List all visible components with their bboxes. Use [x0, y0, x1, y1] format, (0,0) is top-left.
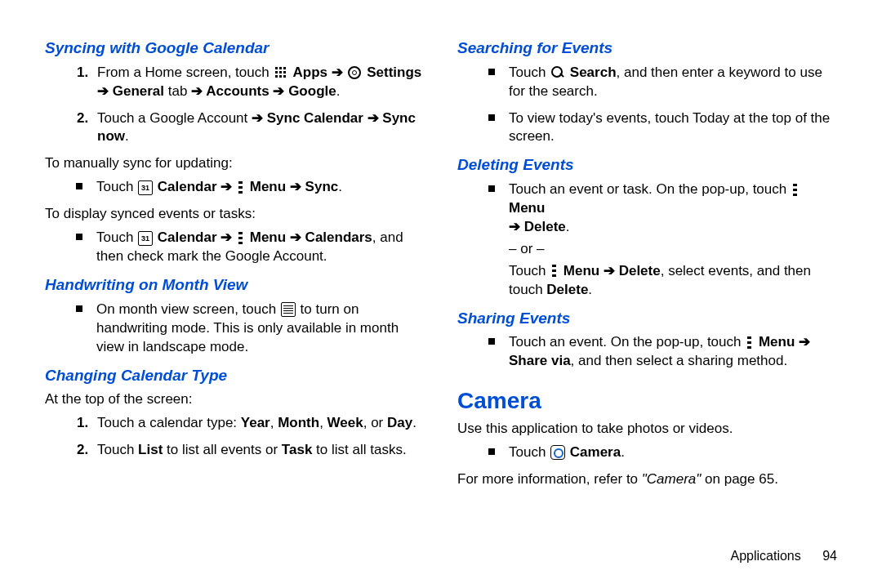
label-menu: Menu: [246, 229, 290, 245]
period: .: [338, 179, 342, 194]
text: tab: [164, 83, 191, 99]
text-camera-intro: Use this application to take photos or v…: [457, 420, 837, 439]
arrow-icon: ➔: [332, 65, 343, 80]
sync-bullets-2: Touch Calendar ➔ Menu ➔ Calendars, and t…: [45, 229, 425, 266]
calendar-icon: [138, 180, 153, 195]
arrow-icon: ➔: [191, 83, 203, 99]
list-item: Touch Camera.: [488, 443, 837, 462]
label-sync-calendar: Sync Calendar: [263, 110, 368, 126]
arrow-icon: ➔: [368, 110, 379, 126]
or-separator: – or –: [509, 240, 837, 259]
label-accounts: Accounts: [203, 83, 273, 99]
label-google: Google: [284, 83, 336, 99]
label-delete2: Delete: [546, 282, 588, 297]
text-display-synced: To display synced events or tasks:: [45, 205, 425, 224]
label-menu: Menu: [509, 200, 545, 216]
heading-syncing: Syncing with Google Calendar: [45, 38, 425, 59]
label-delete: Delete: [615, 263, 661, 278]
sharing-bullets: Touch an event. On the pop-up, touch Men…: [457, 333, 837, 371]
calendar-icon: [138, 231, 153, 246]
handwriting-bullets: On month view screen, touch to turn on h…: [45, 301, 425, 357]
camera-bullets: Touch Camera.: [457, 443, 837, 462]
footer-page-number: 94: [822, 549, 837, 564]
text-changing-intro: At the top of the screen:: [45, 390, 425, 409]
arrow-icon: ➔: [604, 263, 615, 278]
label-calendar: Calendar: [154, 179, 220, 194]
period: .: [566, 219, 570, 234]
sync-steps: From a Home screen, touch Apps ➔ Setting…: [45, 64, 425, 147]
handwriting-icon: [281, 302, 296, 317]
text: Touch: [96, 229, 137, 245]
label-menu: Menu: [755, 334, 799, 350]
text: , and then select a sharing method.: [571, 353, 788, 368]
label-apps: Apps: [289, 65, 331, 80]
settings-icon: [347, 65, 362, 80]
arrow-icon: ➔: [290, 229, 301, 245]
heading-handwriting: Handwriting on Month View: [45, 274, 425, 296]
period: .: [125, 128, 129, 144]
text: From a Home screen, touch: [97, 65, 273, 80]
list-item: Touch an event. On the pop-up, touch Men…: [488, 333, 837, 371]
label-general: General: [109, 83, 164, 99]
text: Touch an event. On the pop-up, touch: [509, 334, 745, 350]
changing-step-2: Touch List to list all events or Task to…: [92, 441, 425, 460]
heading-sharing: Sharing Events: [457, 308, 837, 329]
reference-camera: "Camera": [642, 471, 702, 487]
label-week: Week: [327, 415, 363, 430]
apps-icon: [274, 65, 288, 80]
changing-steps: Touch a calendar type: Year, Month, Week…: [45, 414, 425, 460]
changing-step-1: Touch a calendar type: Year, Month, Week…: [92, 414, 425, 433]
left-column: Syncing with Google Calendar From a Home…: [45, 33, 425, 547]
label-month: Month: [278, 415, 319, 430]
list-item: Touch Search, and then enter a keyword t…: [488, 64, 837, 101]
label-settings: Settings: [363, 65, 421, 80]
text: Touch: [96, 179, 137, 194]
label-camera: Camera: [566, 444, 621, 460]
label-calendar: Calendar: [154, 229, 220, 245]
text-manual-sync: To manually sync for updating:: [45, 154, 425, 173]
text: To view today's events, touch Today at t…: [509, 110, 830, 145]
menu-icon: [791, 183, 800, 198]
text: to list all events or: [163, 442, 282, 457]
arrow-icon: ➔: [509, 219, 520, 234]
list-item: On month view screen, touch to turn on h…: [76, 301, 425, 357]
menu-icon: [237, 231, 245, 246]
searching-bullets: Touch Search, and then enter a keyword t…: [457, 64, 837, 147]
text: Touch an event or task. On the pop-up, t…: [509, 181, 791, 197]
period: .: [588, 282, 592, 297]
text-camera-more: For more information, refer to "Camera" …: [457, 470, 837, 489]
columns: Syncing with Google Calendar From a Home…: [45, 33, 837, 547]
footer-section: Applications: [730, 549, 800, 563]
label-menu: Menu: [559, 263, 604, 278]
text: Touch: [509, 444, 550, 460]
menu-icon: [237, 180, 245, 195]
label-sync: Sync: [301, 179, 338, 194]
page-footer: Applications 94: [45, 547, 837, 564]
text: on page 65.: [701, 471, 778, 487]
period: .: [621, 444, 625, 460]
text: Touch: [509, 263, 550, 278]
right-column: Searching for Events Touch Search, and t…: [457, 33, 837, 547]
label-search: Search: [566, 65, 616, 80]
list-item: To view today's events, touch Today at t…: [488, 109, 837, 147]
sync-bullets-1: Touch Calendar ➔ Menu ➔ Sync.: [45, 178, 425, 197]
label-year: Year: [241, 415, 270, 430]
arrow-icon: ➔: [220, 229, 232, 245]
list-item: Touch Calendar ➔ Menu ➔ Sync.: [76, 178, 425, 197]
heading-deleting: Deleting Events: [457, 154, 837, 176]
text: Touch a calendar type:: [97, 415, 241, 430]
arrow-icon: ➔: [290, 179, 301, 194]
text: Touch: [509, 65, 550, 80]
heading-searching: Searching for Events: [457, 38, 837, 59]
label-list: List: [138, 442, 163, 457]
label-menu: Menu: [246, 179, 290, 194]
label-delete: Delete: [520, 219, 566, 234]
label-share-via: Share via: [509, 353, 571, 368]
menu-icon: [746, 336, 754, 350]
camera-icon: [550, 445, 565, 460]
list-item: Touch Calendar ➔ Menu ➔ Calendars, and t…: [76, 229, 425, 266]
period: .: [336, 83, 341, 99]
deleting-bullets: Touch an event or task. On the pop-up, t…: [457, 180, 837, 300]
text: On month view screen, touch: [96, 301, 280, 317]
arrow-icon: ➔: [220, 179, 232, 194]
